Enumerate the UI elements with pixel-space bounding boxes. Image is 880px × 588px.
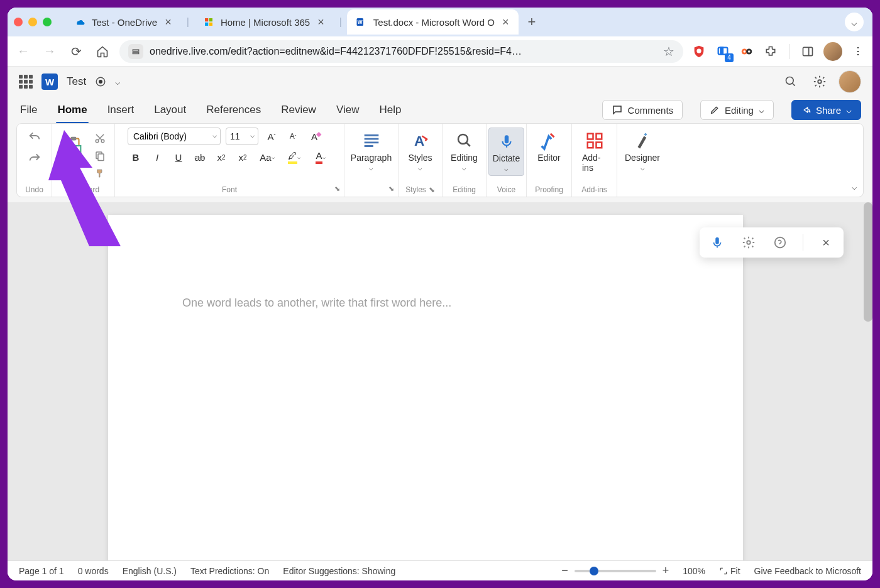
paragraph-button[interactable]: Paragraph ⌵ <box>347 128 395 175</box>
subscript-button[interactable]: x2 <box>213 149 229 165</box>
underline-button[interactable]: U <box>170 149 187 165</box>
zoom-out-button[interactable]: − <box>561 564 568 577</box>
browser-tab-active[interactable]: W Test.docx - Microsoft Word O × <box>347 9 519 35</box>
comments-label: Comments <box>628 105 674 116</box>
cut-button[interactable] <box>92 130 108 146</box>
tabs-dropdown-button[interactable]: ⌵ <box>845 13 864 31</box>
vertical-scrollbar[interactable] <box>864 202 872 322</box>
document-page[interactable]: One word leads to another, write that fi… <box>108 215 743 560</box>
copy-button[interactable] <box>92 148 108 164</box>
font-color-button[interactable]: A ⌵ <box>310 149 331 165</box>
clipboard-icon <box>63 134 84 157</box>
doc-menu-chevron[interactable]: ⌵ <box>115 77 120 87</box>
app-launcher-button[interactable] <box>19 75 33 89</box>
tab-close-button[interactable]: × <box>163 16 173 29</box>
dictate-mic-button[interactable] <box>708 234 726 251</box>
dictate-close-button[interactable]: × <box>817 234 835 251</box>
zoom-thumb[interactable] <box>590 567 598 575</box>
browser-tab[interactable]: Home | Microsoft 365 × <box>194 9 334 35</box>
ribbon-collapse-button[interactable]: ⌵ <box>852 182 857 192</box>
clear-format-button[interactable]: A◆ <box>306 128 322 144</box>
editor-button[interactable]: Editor <box>534 128 564 165</box>
feedback-link[interactable]: Give Feedback to Microsoft <box>754 566 861 576</box>
dictate-help-button[interactable] <box>771 234 789 251</box>
italic-button[interactable]: I <box>149 149 165 165</box>
close-window-button[interactable] <box>14 18 23 26</box>
view-menu[interactable]: View <box>335 100 361 120</box>
home-menu[interactable]: Home <box>56 100 88 120</box>
user-avatar[interactable] <box>839 70 861 93</box>
save-status-icon[interactable] <box>95 76 106 87</box>
change-case-button[interactable]: Aa ⌵ <box>256 149 278 165</box>
back-button[interactable]: ← <box>14 42 33 61</box>
forward-button[interactable]: → <box>40 42 59 61</box>
onedrive-icon <box>74 16 85 28</box>
document-name[interactable]: Test <box>67 75 86 88</box>
tab-close-button[interactable]: × <box>316 16 326 29</box>
font-dialog-launcher[interactable]: ⬊ <box>334 185 340 193</box>
font-group-label: Font <box>222 184 237 194</box>
zoom-level[interactable]: 100% <box>683 566 705 576</box>
share-button[interactable]: Share ⌵ <box>791 100 861 120</box>
redo-button[interactable] <box>26 149 43 165</box>
site-info-button[interactable] <box>128 44 143 59</box>
zoom-slider[interactable] <box>575 570 656 572</box>
zoom-in-button[interactable]: + <box>663 564 669 577</box>
svg-rect-3 <box>133 52 138 53</box>
shrink-font-button[interactable]: Aˇ <box>285 128 301 144</box>
paragraph-dialog-launcher[interactable]: ⬊ <box>388 185 394 193</box>
strikethrough-button[interactable]: ab <box>192 149 208 165</box>
format-painter-button[interactable] <box>92 165 108 182</box>
word-count[interactable]: 0 words <box>78 566 109 576</box>
review-menu[interactable]: Review <box>280 100 317 120</box>
editor-suggestions[interactable]: Editor Suggestions: Showing <box>283 566 395 576</box>
editor-icon <box>538 130 559 151</box>
layout-menu[interactable]: Layout <box>153 100 187 120</box>
extensions-button[interactable] <box>762 43 779 60</box>
font-size-select[interactable] <box>226 128 258 145</box>
address-bar[interactable]: onedrive.live.com/edit?action=editnew&id… <box>119 40 683 63</box>
page-number[interactable]: Page 1 of 1 <box>19 566 64 576</box>
browser-profile-button[interactable] <box>823 42 842 61</box>
styles-button[interactable]: A Styles ⌵ <box>404 128 436 175</box>
editing-mode-button[interactable]: Editing ⌵ <box>700 100 774 120</box>
ublock-icon[interactable] <box>691 43 707 60</box>
help-menu[interactable]: Help <box>378 100 402 120</box>
bold-button[interactable]: B <box>128 149 144 165</box>
styles-dialog-launcher[interactable]: ⬊ <box>429 185 435 194</box>
addins-button[interactable]: Add-ins <box>578 128 610 175</box>
language[interactable]: English (U.S.) <box>123 566 177 576</box>
paste-button[interactable]: Paste ⌵ <box>58 132 89 180</box>
settings-button[interactable] <box>810 72 830 92</box>
fit-button[interactable]: Fit <box>719 566 740 576</box>
home-button[interactable] <box>93 42 112 61</box>
highlight-button[interactable]: 🖊 ⌵ <box>283 149 305 165</box>
extension-icon[interactable]: 4 <box>715 43 731 60</box>
find-button[interactable]: Editing ⌵ <box>447 128 481 175</box>
comments-button[interactable]: Comments <box>602 100 683 120</box>
minimize-window-button[interactable] <box>28 18 37 26</box>
reload-button[interactable]: ⟳ <box>67 42 85 61</box>
maximize-window-button[interactable] <box>43 18 52 26</box>
text-predictions[interactable]: Text Predictions: On <box>190 566 269 576</box>
file-menu[interactable]: File <box>19 100 38 120</box>
designer-button[interactable]: Designer ⌵ <box>621 128 664 175</box>
dictate-button[interactable]: Dictate ⌵ <box>488 128 525 176</box>
browser-tab[interactable]: Test - OneDrive × <box>65 9 182 35</box>
browser-menu-button[interactable]: ⋮ <box>850 43 866 60</box>
references-menu[interactable]: References <box>205 100 262 120</box>
superscript-button[interactable]: x2 <box>234 149 251 165</box>
tab-close-button[interactable]: × <box>501 16 510 29</box>
svg-point-10 <box>748 50 751 53</box>
undo-button[interactable] <box>26 128 43 144</box>
dictate-settings-button[interactable] <box>740 234 757 251</box>
extension-icon[interactable] <box>739 43 755 60</box>
font-family-select[interactable] <box>128 128 221 145</box>
bookmark-button[interactable]: ☆ <box>663 44 674 59</box>
sidepanel-button[interactable] <box>800 43 816 60</box>
svg-text:W: W <box>358 19 363 25</box>
new-tab-button[interactable]: + <box>521 14 542 30</box>
grow-font-button[interactable]: Aˆ <box>263 128 280 144</box>
insert-menu[interactable]: Insert <box>106 100 136 120</box>
search-button[interactable] <box>781 72 801 92</box>
